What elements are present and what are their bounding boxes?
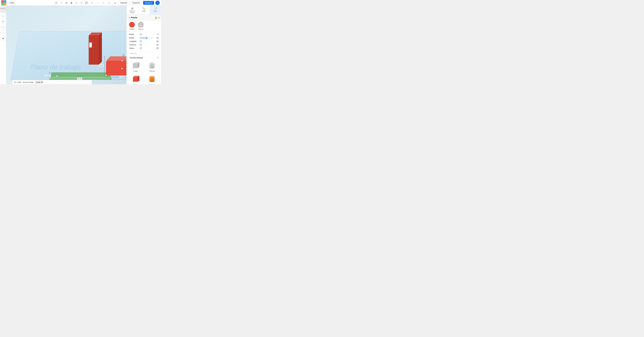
shapes-section-header: Formas básicas ▼ <box>126 56 161 60</box>
solid-label: Sólido <box>130 28 134 30</box>
anchura-label: Anchura <box>129 44 138 46</box>
longitud-value: 20 <box>155 40 158 42</box>
top-right-actions: 💬 ◇ ○ □ ≡ ⊿ Importar Exportar Enviar a 👤 <box>84 1 160 5</box>
radio-control[interactable] <box>140 34 142 35</box>
shapes-collapse-button[interactable]: ▼ <box>156 56 160 59</box>
window-icon: □ <box>7 2 8 4</box>
bottom-bar: Ed. rejilla Ajustar Rejilla 1 mm <box>12 80 92 84</box>
radio-label: Radio <box>129 33 138 36</box>
scene-svg: Plano de trabajo <box>6 6 126 84</box>
panel-top-icons: ⊞ Plano de trabajo 📏 Regla 📝 Notes <box>126 6 161 15</box>
anchura-property: Anchura 20 <box>129 44 158 46</box>
hollow-option[interactable]: Hueco <box>138 22 144 30</box>
panel-collapse-button[interactable]: ▲ <box>128 16 131 19</box>
send-button[interactable]: Enviar a <box>143 1 154 5</box>
home-view-button[interactable]: ⌂ <box>1 14 6 18</box>
top-bar: T I N K □ Chair ⬜ ⤴ ⧉ 🗑 ↩ ↪ 💬 ◇ ○ □ ≡ ⊿ … <box>0 0 161 6</box>
cubo-gray-thumb <box>131 62 140 70</box>
open-button[interactable]: ⤴ <box>59 1 64 5</box>
logo-n: N <box>1 3 4 5</box>
pasos-slider-thumb[interactable] <box>146 37 148 39</box>
shape-cilindro-orange[interactable]: Cilindro <box>144 74 160 84</box>
view-thumbnail[interactable]: FRONTAL □ <box>0 7 6 12</box>
ruler-label: Regla <box>142 10 146 12</box>
altura-value: 20 <box>155 47 158 49</box>
view-icon-1[interactable]: ◇ <box>90 1 94 5</box>
hollow-circle <box>138 22 144 28</box>
altura-control[interactable] <box>140 47 142 49</box>
svg-rect-13 <box>122 60 122 62</box>
cubo-red-thumb <box>131 75 140 83</box>
logo-k: K <box>4 3 6 5</box>
longitud-label: Longitud <box>129 40 138 42</box>
radio-value: 0 <box>155 33 158 36</box>
shape-cubo-red[interactable]: Cubo <box>128 74 143 84</box>
rotate-view-button[interactable]: ↻ <box>1 19 6 24</box>
notes-icon: 📝 <box>154 7 157 10</box>
panel-workplane-tab[interactable]: ⊞ Plano de trabajo <box>126 6 138 14</box>
pasos-label: Pasos <box>129 37 138 39</box>
shapes-panel-container: Tinkercad Formas básicas ▼ <box>126 51 161 84</box>
longitud-control[interactable] <box>140 40 142 42</box>
pasos-property: Pasos 10 <box>129 37 158 39</box>
canvas-area[interactable]: Plano de trabajo <box>6 6 126 84</box>
altura-property: Altura 20 <box>129 47 158 49</box>
view-icon-5[interactable]: ⊿ <box>112 1 117 5</box>
svg-text:18.00: 18.00 <box>46 76 49 77</box>
panel-ruler-tab[interactable]: 📏 Regla <box>138 6 150 14</box>
copy-button[interactable]: ⧉ <box>64 1 68 5</box>
user-avatar[interactable]: 👤 <box>155 1 160 5</box>
right-panel: ⊞ Plano de trabajo 📏 Regla 📝 Notes ▲ For… <box>126 6 161 84</box>
hollow-label: Hueco <box>138 28 143 30</box>
svg-rect-16 <box>122 68 122 69</box>
pasos-slider[interactable] <box>140 38 154 38</box>
svg-point-59 <box>150 76 154 78</box>
panel-title: Forma <box>131 16 154 19</box>
panel-info-icon[interactable]: ◎ <box>158 16 160 19</box>
anchura-control[interactable] <box>140 44 142 46</box>
pan-button[interactable]: ✥ <box>1 36 6 41</box>
panel-notes-tab[interactable]: 📝 Notes <box>150 6 161 14</box>
logo-i: I <box>4 0 6 3</box>
svg-rect-11 <box>106 60 106 62</box>
shape-cubo-gray[interactable]: Cubo <box>128 61 143 73</box>
shapes-header: Tinkercad <box>126 51 161 56</box>
undo-button[interactable]: ↩ <box>74 1 78 5</box>
panel-lock-icon[interactable]: 🔒 <box>154 16 157 19</box>
panel-header: ▲ Forma 🔒 ◎ <box>126 15 161 20</box>
comment-icon[interactable]: 💬 <box>84 1 89 5</box>
svg-text:40.00: 40.00 <box>100 65 103 66</box>
chair-back[interactable] <box>89 33 102 64</box>
solid-option[interactable]: Sólido <box>129 22 135 30</box>
svg-marker-47 <box>133 64 138 68</box>
grid-watermark-text: Plano de trabajo <box>30 63 81 71</box>
view-icon-3[interactable]: □ <box>101 1 106 5</box>
zoom-out-button[interactable]: − <box>1 30 6 35</box>
altura-label: Altura <box>129 47 138 49</box>
redo-button[interactable]: ↪ <box>79 1 84 5</box>
workplane-icon: ⊞ <box>131 7 133 10</box>
notes-label: Notes <box>154 10 157 12</box>
pasos-value: 10 <box>155 37 158 39</box>
svg-text:92.00: 92.00 <box>78 78 82 80</box>
pasos-slider-fill <box>140 38 147 38</box>
logo-t: T <box>1 0 4 3</box>
cilindro-gray-thumb <box>147 62 157 70</box>
main-content: FRONTAL □ ⌂ ↻ + − ✥ <box>0 6 161 84</box>
shape-cilindro-gray[interactable]: Cilindro <box>144 61 160 73</box>
new-button[interactable]: ⬜ <box>54 1 58 5</box>
export-button[interactable]: Exportar <box>131 1 142 5</box>
zoom-in-button[interactable]: + <box>1 25 6 30</box>
grid-label: Ed. rejilla <box>14 81 21 83</box>
cubo-gray-label: Cubo <box>134 70 138 72</box>
snap-select[interactable]: 1 mm <box>35 81 43 84</box>
app-logo: T I N K <box>1 0 6 5</box>
import-button[interactable]: Importar <box>118 1 130 5</box>
view-icon-2[interactable]: ○ <box>96 1 100 5</box>
delete-button[interactable]: 🗑 <box>69 1 74 5</box>
ruler-icon: 📏 <box>142 7 145 10</box>
view-icon-4[interactable]: ≡ <box>107 1 111 5</box>
panel-toggle-button[interactable]: › <box>89 42 92 48</box>
longitud-property: Longitud 20 <box>129 40 158 42</box>
radio-property: Radio 0 <box>129 33 158 36</box>
